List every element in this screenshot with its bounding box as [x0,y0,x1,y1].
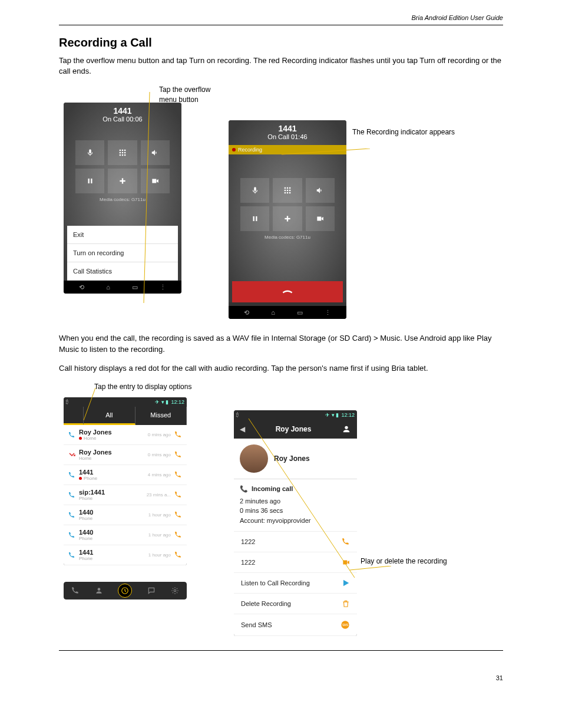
history-time: 1 hour ago [148,552,171,558]
history-sub: Phone [79,516,148,521]
tab-contacts-icon[interactable] [95,587,103,595]
dialpad-button-2[interactable] [273,178,302,203]
back-icon[interactable]: ⟲ [79,284,84,291]
history-sub: Home [79,436,148,441]
history-time: 1 hour ago [148,532,171,538]
detail-action-label: Send SMS [241,621,340,628]
phone-icon[interactable] [174,431,182,439]
detail-action-label: 1222 [241,559,342,566]
callout-overflow-menu: Tap the overflow menu button [159,85,503,104]
history-row[interactable]: Roy JonesHome0 mins ago [64,445,187,465]
screenshot-call-recording: 1441 On Call 01:46 Recording Med [229,120,346,319]
phone-icon[interactable] [174,451,182,459]
call-number-2: 1441 [229,124,346,133]
page-number: 31 [496,674,503,681]
history-name: 1440 [79,509,148,516]
footer-rule [59,650,503,651]
header-rule [59,25,503,25]
history-row[interactable]: Roy JonesHome0 mins ago [64,425,187,445]
svg-rect-16 [285,190,286,191]
history-sub: Phone [79,556,148,561]
tab-settings-icon[interactable] [171,587,179,595]
detail-action-row[interactable]: 1222 [234,532,357,552]
history-row[interactable]: sip:1441Phone23 mins a... [64,485,187,505]
svg-rect-25 [285,218,290,219]
phone-icon[interactable] [174,491,182,499]
hangup-button[interactable] [232,281,343,302]
add-call-button-2[interactable] [273,206,302,231]
history-sub: Home [79,456,148,461]
menu-exit[interactable]: Exit [67,226,178,244]
overflow-icon-2[interactable]: ⋮ [325,309,331,317]
tab-all[interactable]: All [84,407,135,425]
detail-action-label: Listen to Call Recording [241,579,342,587]
history-sub: Phone [79,496,147,501]
menu-call-statistics[interactable]: Call Statistics [67,262,178,281]
back-arrow-icon[interactable]: ◀ [240,425,245,433]
history-row[interactable]: 1440Phone1 hour ago [64,525,187,545]
dialpad-button[interactable] [108,140,137,165]
history-name: 1441 [79,469,148,476]
status-app-icon: ₿ [66,399,68,405]
svg-rect-3 [120,152,121,153]
recent-icon[interactable]: ▭ [132,284,138,291]
svg-text:SMS: SMS [342,624,348,627]
history-row[interactable]: 1441Phone1 hour ago [64,545,187,565]
svg-rect-2 [124,150,125,151]
history-row[interactable]: 1440Phone1 hour ago [64,505,187,525]
svg-rect-18 [289,190,290,191]
screenshot-call-history: ₿ ✈ ▾ ▮ 12:12 All Missed Roy JonesHome0 … [64,397,187,565]
detail-action-row[interactable]: 1222 [234,552,357,573]
video-button-2[interactable] [306,206,335,231]
svg-rect-22 [253,216,254,221]
speaker-button[interactable] [141,140,170,165]
tab-dialer-icon[interactable] [71,587,80,595]
svg-rect-0 [120,150,121,151]
svg-rect-7 [122,154,123,156]
section-title-recording: Recording a Call [59,36,503,50]
overflow-icon[interactable]: ⋮ [160,284,166,291]
mute-button-2[interactable] [240,178,269,203]
detail-action-row[interactable]: Listen to Call Recording [234,573,357,594]
codec-label: Media codecs: G711u [64,197,181,202]
tab-chat-icon[interactable] [147,587,156,595]
home-icon-2[interactable]: ⌂ [271,309,275,316]
codec-label-2: Media codecs: G711u [229,235,346,240]
tab-filter[interactable] [64,407,84,425]
add-call-button[interactable] [108,169,137,193]
history-name: 1441 [79,549,148,556]
detail-action-row[interactable]: Send SMSSMS [234,614,357,636]
history-name: Roy Jones [79,449,148,456]
tab-history-icon[interactable] [118,584,132,598]
phone-icon[interactable] [174,551,182,559]
sms-icon: SMS [340,620,350,630]
history-sub: Phone [79,476,148,481]
screenshot-call-detail: ₿ ✈ ▾ ▮ 12:12 ◀ Roy Jones Roy Jones [234,410,357,636]
callout-tap-entry: Tap the entry to display options [94,382,503,391]
tab-missed[interactable]: Missed [135,407,187,425]
hold-button[interactable] [75,169,104,193]
phone-icon[interactable] [174,471,182,479]
history-row[interactable]: 1441Phone4 mins ago [64,465,187,485]
phone-icon[interactable] [174,511,182,519]
history-name: 1440 [79,529,148,536]
screenshot-bottom-tabs [64,582,187,599]
wifi-icon: ✈ ▾ ▮ [155,399,168,405]
mute-button[interactable] [75,140,104,165]
svg-rect-14 [287,187,288,189]
menu-turn-on-recording[interactable]: Turn on recording [67,244,178,262]
detail-action-row[interactable]: Delete Recording [234,594,357,614]
recent-icon-2[interactable]: ▭ [297,309,303,317]
back-icon-2[interactable]: ⟲ [244,309,249,317]
status-time-3: 12:12 [171,399,184,405]
incoming-call-label: Incoming call [252,484,293,494]
hold-button-2[interactable] [240,206,269,231]
call-type-icon [68,552,77,559]
detail-person: Roy Jones [234,439,357,479]
header-text: Bria Android Edition User Guide [59,14,503,21]
home-icon[interactable]: ⌂ [106,284,110,291]
speaker-button-2[interactable] [306,178,335,203]
person-icon[interactable] [342,424,351,434]
phone-icon[interactable] [174,531,182,539]
video-button[interactable] [141,169,170,193]
